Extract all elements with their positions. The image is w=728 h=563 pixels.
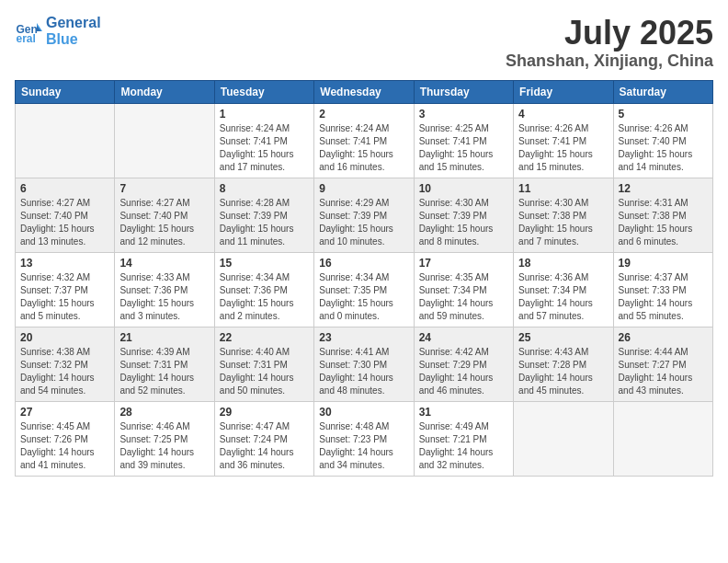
day-info: Sunrise: 4:43 AM Sunset: 7:28 PM Dayligh… <box>518 346 608 397</box>
day-info: Sunrise: 4:47 AM Sunset: 7:24 PM Dayligh… <box>220 420 309 472</box>
day-number: 21 <box>119 331 209 344</box>
calendar-header-row: SundayMondayTuesdayWednesdayThursdayFrid… <box>16 80 713 103</box>
col-header-friday: Friday <box>514 80 613 103</box>
calendar-cell: 16Sunrise: 4:34 AM Sunset: 7:35 PM Dayli… <box>314 252 414 327</box>
calendar-table: SundayMondayTuesdayWednesdayThursdayFrid… <box>15 80 713 477</box>
calendar-cell: 17Sunrise: 4:35 AM Sunset: 7:34 PM Dayli… <box>414 252 513 327</box>
calendar-cell: 15Sunrise: 4:34 AM Sunset: 7:36 PM Dayli… <box>214 252 313 327</box>
day-number: 9 <box>319 182 408 195</box>
day-info: Sunrise: 4:24 AM Sunset: 7:41 PM Dayligh… <box>220 122 309 174</box>
day-number: 1 <box>220 108 309 121</box>
day-info: Sunrise: 4:29 AM Sunset: 7:39 PM Dayligh… <box>319 197 408 248</box>
calendar-cell: 26Sunrise: 4:44 AM Sunset: 7:27 PM Dayli… <box>613 327 712 401</box>
day-info: Sunrise: 4:31 AM Sunset: 7:38 PM Dayligh… <box>619 197 708 248</box>
col-header-wednesday: Wednesday <box>314 80 414 103</box>
svg-text:eral: eral <box>17 32 36 45</box>
calendar-cell: 7Sunrise: 4:27 AM Sunset: 7:40 PM Daylig… <box>115 178 214 252</box>
calendar-cell: 8Sunrise: 4:28 AM Sunset: 7:39 PM Daylig… <box>214 178 313 252</box>
day-info: Sunrise: 4:32 AM Sunset: 7:37 PM Dayligh… <box>20 271 109 323</box>
day-info: Sunrise: 4:35 AM Sunset: 7:34 PM Dayligh… <box>419 271 508 323</box>
day-info: Sunrise: 4:42 AM Sunset: 7:29 PM Dayligh… <box>419 346 508 397</box>
col-header-saturday: Saturday <box>613 80 712 103</box>
col-header-sunday: Sunday <box>16 80 115 103</box>
calendar-cell: 25Sunrise: 4:43 AM Sunset: 7:28 PM Dayli… <box>514 327 613 401</box>
calendar-cell <box>514 401 613 476</box>
calendar-cell: 22Sunrise: 4:40 AM Sunset: 7:31 PM Dayli… <box>214 327 313 401</box>
day-info: Sunrise: 4:27 AM Sunset: 7:40 PM Dayligh… <box>119 197 209 248</box>
day-info: Sunrise: 4:27 AM Sunset: 7:40 PM Dayligh… <box>20 197 109 248</box>
day-number: 23 <box>319 331 408 344</box>
calendar-cell: 2Sunrise: 4:24 AM Sunset: 7:41 PM Daylig… <box>314 103 414 178</box>
calendar-cell: 29Sunrise: 4:47 AM Sunset: 7:24 PM Dayli… <box>214 401 313 476</box>
day-number: 2 <box>319 108 408 121</box>
calendar-cell: 4Sunrise: 4:26 AM Sunset: 7:41 PM Daylig… <box>514 103 613 178</box>
day-number: 30 <box>319 406 408 419</box>
day-number: 17 <box>419 257 508 270</box>
calendar-cell <box>613 401 712 476</box>
page-header: Gen eral General Blue July 2025 Shanshan… <box>15 15 713 71</box>
calendar-cell: 14Sunrise: 4:33 AM Sunset: 7:36 PM Dayli… <box>115 252 214 327</box>
calendar-week-row: 20Sunrise: 4:38 AM Sunset: 7:32 PM Dayli… <box>16 327 713 401</box>
day-info: Sunrise: 4:41 AM Sunset: 7:30 PM Dayligh… <box>319 346 408 397</box>
day-number: 10 <box>419 182 508 195</box>
day-number: 15 <box>220 257 309 270</box>
calendar-cell: 11Sunrise: 4:30 AM Sunset: 7:38 PM Dayli… <box>514 178 613 252</box>
day-number: 3 <box>419 108 508 121</box>
day-number: 22 <box>220 331 309 344</box>
day-number: 28 <box>119 406 209 419</box>
day-number: 26 <box>619 331 708 344</box>
day-number: 7 <box>119 182 209 195</box>
calendar-cell: 6Sunrise: 4:27 AM Sunset: 7:40 PM Daylig… <box>16 178 115 252</box>
calendar-cell: 18Sunrise: 4:36 AM Sunset: 7:34 PM Dayli… <box>514 252 613 327</box>
day-number: 29 <box>220 406 309 419</box>
day-number: 16 <box>319 257 408 270</box>
calendar-cell: 9Sunrise: 4:29 AM Sunset: 7:39 PM Daylig… <box>314 178 414 252</box>
day-info: Sunrise: 4:26 AM Sunset: 7:40 PM Dayligh… <box>619 122 708 174</box>
calendar-week-row: 1Sunrise: 4:24 AM Sunset: 7:41 PM Daylig… <box>16 103 713 178</box>
logo-line1: General <box>46 15 101 31</box>
day-info: Sunrise: 4:30 AM Sunset: 7:38 PM Dayligh… <box>518 197 608 248</box>
calendar-cell: 3Sunrise: 4:25 AM Sunset: 7:41 PM Daylig… <box>414 103 513 178</box>
day-info: Sunrise: 4:24 AM Sunset: 7:41 PM Dayligh… <box>319 122 408 174</box>
calendar-cell: 19Sunrise: 4:37 AM Sunset: 7:33 PM Dayli… <box>613 252 712 327</box>
calendar-week-row: 6Sunrise: 4:27 AM Sunset: 7:40 PM Daylig… <box>16 178 713 252</box>
calendar-cell: 20Sunrise: 4:38 AM Sunset: 7:32 PM Dayli… <box>16 327 115 401</box>
calendar-cell: 13Sunrise: 4:32 AM Sunset: 7:37 PM Dayli… <box>16 252 115 327</box>
calendar-week-row: 27Sunrise: 4:45 AM Sunset: 7:26 PM Dayli… <box>16 401 713 476</box>
day-info: Sunrise: 4:39 AM Sunset: 7:31 PM Dayligh… <box>119 346 209 397</box>
day-info: Sunrise: 4:25 AM Sunset: 7:41 PM Dayligh… <box>419 122 508 174</box>
calendar-cell: 28Sunrise: 4:46 AM Sunset: 7:25 PM Dayli… <box>115 401 214 476</box>
col-header-monday: Monday <box>115 80 214 103</box>
day-info: Sunrise: 4:49 AM Sunset: 7:21 PM Dayligh… <box>419 420 508 472</box>
calendar-cell <box>16 103 115 178</box>
col-header-tuesday: Tuesday <box>214 80 313 103</box>
day-number: 20 <box>20 331 109 344</box>
day-info: Sunrise: 4:40 AM Sunset: 7:31 PM Dayligh… <box>220 346 309 397</box>
day-info: Sunrise: 4:48 AM Sunset: 7:23 PM Dayligh… <box>319 420 408 472</box>
day-number: 12 <box>619 182 708 195</box>
calendar-cell: 21Sunrise: 4:39 AM Sunset: 7:31 PM Dayli… <box>115 327 214 401</box>
calendar-cell: 24Sunrise: 4:42 AM Sunset: 7:29 PM Dayli… <box>414 327 513 401</box>
location-title: Shanshan, Xinjiang, China <box>506 52 713 71</box>
calendar-cell: 10Sunrise: 4:30 AM Sunset: 7:39 PM Dayli… <box>414 178 513 252</box>
day-info: Sunrise: 4:28 AM Sunset: 7:39 PM Dayligh… <box>220 197 309 248</box>
calendar-cell: 31Sunrise: 4:49 AM Sunset: 7:21 PM Dayli… <box>414 401 513 476</box>
day-info: Sunrise: 4:34 AM Sunset: 7:35 PM Dayligh… <box>319 271 408 323</box>
logo: Gen eral General Blue <box>15 15 101 47</box>
logo-icon: Gen eral <box>15 17 42 45</box>
day-number: 11 <box>518 182 608 195</box>
day-info: Sunrise: 4:37 AM Sunset: 7:33 PM Dayligh… <box>619 271 708 323</box>
logo-line2: Blue <box>46 31 101 48</box>
day-number: 25 <box>518 331 608 344</box>
day-info: Sunrise: 4:26 AM Sunset: 7:41 PM Dayligh… <box>518 122 608 174</box>
day-number: 8 <box>220 182 309 195</box>
day-info: Sunrise: 4:44 AM Sunset: 7:27 PM Dayligh… <box>619 346 708 397</box>
day-number: 5 <box>619 108 708 121</box>
calendar-cell: 1Sunrise: 4:24 AM Sunset: 7:41 PM Daylig… <box>214 103 313 178</box>
day-number: 6 <box>20 182 109 195</box>
day-info: Sunrise: 4:36 AM Sunset: 7:34 PM Dayligh… <box>518 271 608 323</box>
day-info: Sunrise: 4:34 AM Sunset: 7:36 PM Dayligh… <box>220 271 309 323</box>
calendar-cell: 30Sunrise: 4:48 AM Sunset: 7:23 PM Dayli… <box>314 401 414 476</box>
day-number: 19 <box>619 257 708 270</box>
title-block: July 2025 Shanshan, Xinjiang, China <box>506 15 713 71</box>
